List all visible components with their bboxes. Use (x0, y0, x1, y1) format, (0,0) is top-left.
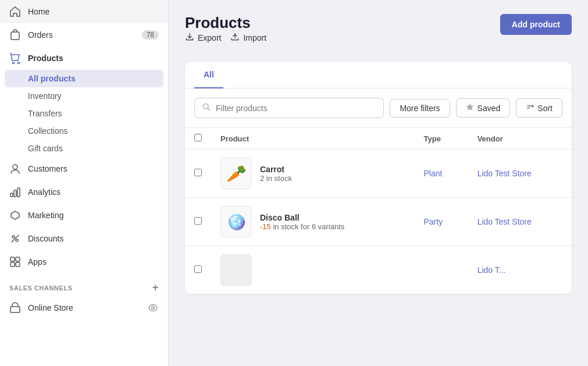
orders-icon (9, 29, 21, 41)
eye-icon (147, 302, 159, 314)
product-name-disco-ball: Disco Ball (260, 213, 344, 222)
import-icon (230, 32, 240, 43)
stock-text-disco-ball: in stock for 6 variants (273, 222, 344, 231)
product-stock-carrot: 2 in stock (260, 174, 292, 183)
search-icon (202, 102, 211, 113)
svg-point-1 (13, 165, 17, 169)
row-checkbox-carrot[interactable] (194, 169, 202, 176)
sidebar-sub-collections[interactable]: Collections (0, 122, 168, 140)
filter-input-wrap[interactable] (194, 98, 384, 118)
export-label: Export (198, 33, 221, 42)
row-checkbox-p3[interactable] (194, 265, 202, 273)
product-vendor-carrot[interactable]: Lido Test Store (468, 150, 572, 198)
svg-rect-2 (10, 193, 13, 197)
product-thumb-carrot: 🥕 (220, 158, 252, 189)
svg-rect-3 (14, 190, 16, 197)
transfers-label: Transfers (28, 109, 62, 118)
discounts-icon (9, 233, 21, 244)
sidebar-customers-label: Customers (28, 164, 159, 173)
sales-channels-add-icon[interactable]: + (152, 282, 159, 294)
sidebar-orders-label: Orders (28, 30, 135, 40)
filter-input[interactable] (216, 104, 376, 113)
stock-count-carrot: 2 (260, 174, 264, 183)
sidebar-sub-all-products[interactable]: All products (5, 70, 163, 87)
collections-label: Collections (28, 126, 67, 136)
product-vendor-p3[interactable]: Lido T... (468, 246, 572, 294)
svg-rect-9 (10, 262, 15, 266)
col-product: Product (211, 128, 414, 150)
saved-label: Saved (477, 104, 501, 113)
import-link[interactable]: Import (230, 32, 266, 43)
online-store-label: Online Store (28, 303, 140, 312)
sidebar-item-apps[interactable]: Apps (0, 250, 168, 273)
sidebar-marketing-label: Marketing (28, 211, 159, 220)
sidebar-item-online-store[interactable]: Online Store (0, 296, 168, 319)
product-table: Product Type Vendor 🥕 (185, 128, 572, 294)
main-content: Products Export (169, 0, 588, 366)
svg-rect-10 (16, 262, 20, 266)
sidebar-sub-inventory[interactable]: Inventory (0, 87, 168, 105)
product-type-disco-ball: Party (414, 198, 468, 246)
products-card: All More filters (185, 62, 572, 294)
sidebar-item-analytics[interactable]: Analytics (0, 180, 168, 204)
sort-button[interactable]: Sort (516, 98, 562, 118)
export-icon (185, 32, 194, 43)
svg-point-6 (16, 239, 18, 241)
sidebar-item-marketing[interactable]: Marketing (0, 204, 168, 227)
sidebar-discounts-label: Discounts (28, 234, 159, 243)
export-link[interactable]: Export (185, 32, 221, 43)
svg-point-13 (203, 104, 208, 109)
product-cell-p3 (220, 254, 405, 286)
import-label: Import (243, 33, 266, 42)
sidebar-sub-transfers[interactable]: Transfers (0, 105, 168, 122)
products-icon (9, 52, 21, 64)
sidebar-item-home[interactable]: Home (0, 0, 168, 23)
sidebar-sub-gift-cards[interactable]: Gift cards (0, 140, 168, 157)
page-actions: Export Import (185, 32, 266, 43)
sales-channels-label: SALES CHANNELS (9, 285, 73, 292)
home-icon (9, 6, 21, 17)
stock-text-carrot: in stock (266, 174, 292, 183)
col-vendor: Vendor (468, 128, 572, 150)
sidebar-products-label: Products (28, 54, 159, 63)
col-type: Type (414, 128, 468, 150)
saved-button[interactable]: Saved (456, 98, 511, 118)
select-all-checkbox[interactable] (194, 134, 202, 141)
sidebar: Home Orders 78 Products All products Inv… (0, 0, 169, 366)
table-row: 🥕 Carrot 2 in stock Plant (185, 150, 572, 198)
sales-channels-section: SALES CHANNELS + (0, 273, 168, 296)
product-vendor-disco-ball[interactable]: Lido Test Store (468, 198, 572, 246)
sidebar-item-orders[interactable]: Orders 78 (0, 23, 168, 47)
more-filters-button[interactable]: More filters (390, 99, 450, 118)
row-checkbox-disco-ball[interactable] (194, 217, 202, 225)
product-stock-disco-ball: -15 in stock for 6 variants (260, 222, 344, 231)
svg-rect-0 (11, 32, 19, 40)
stock-count-disco-ball: -15 (260, 222, 271, 231)
svg-rect-8 (16, 257, 20, 261)
tabs-row: All (185, 62, 572, 88)
sidebar-item-customers[interactable]: Customers (0, 157, 168, 180)
customers-icon (9, 163, 21, 175)
sidebar-item-products[interactable]: Products (0, 47, 168, 70)
page-title-group: Products Export (185, 14, 266, 55)
sidebar-analytics-label: Analytics (28, 187, 159, 197)
sidebar-item-discounts[interactable]: Discounts (0, 227, 168, 250)
product-thumb-disco-ball: 🪩 (220, 206, 252, 237)
tab-all[interactable]: All (194, 62, 223, 88)
analytics-icon (9, 186, 21, 198)
product-cell-disco-ball: 🪩 Disco Ball -15 in stock for 6 variants (220, 206, 405, 237)
filter-row: More filters Saved (185, 88, 572, 128)
sort-icon (526, 103, 534, 113)
sidebar-home-label: Home (28, 7, 159, 16)
gift-cards-label: Gift cards (28, 144, 63, 153)
svg-rect-11 (10, 307, 20, 312)
marketing-icon (9, 209, 21, 221)
product-thumb-p3 (220, 254, 252, 286)
page-title: Products (185, 14, 266, 32)
svg-point-5 (12, 236, 15, 238)
add-product-button[interactable]: Add product (500, 14, 572, 35)
sort-label: Sort (537, 104, 553, 113)
product-name-carrot: Carrot (260, 165, 292, 174)
product-type-p3 (414, 246, 468, 294)
all-products-label: All products (28, 74, 76, 83)
